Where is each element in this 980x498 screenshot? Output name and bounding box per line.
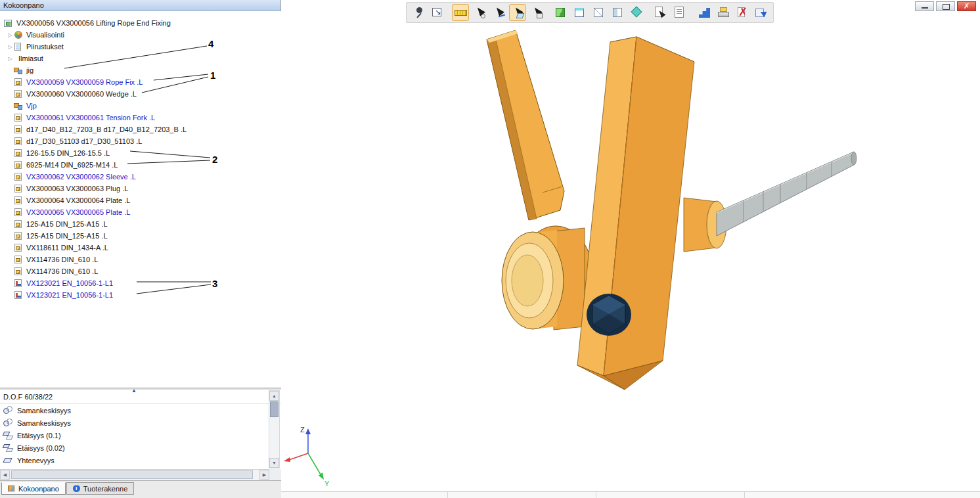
tree-item[interactable]: VX3000064 VX3000064 Plate .L xyxy=(0,194,281,206)
angle-profile xyxy=(577,37,694,390)
tree-item[interactable]: VX114736 DIN_610 .L xyxy=(0,254,281,265)
tree-item[interactable]: VX123021 EN_10056-1-L1 xyxy=(0,277,281,289)
tree-item-label: 126-15.5 DIN_126-15.5 .L xyxy=(26,149,110,157)
constraint-icon xyxy=(3,456,14,465)
isometric-view-icon[interactable] xyxy=(628,4,645,21)
status-bar xyxy=(281,491,980,498)
constraint-icon xyxy=(3,431,14,440)
select-body-icon[interactable] xyxy=(528,4,545,21)
tree-item[interactable]: Piirustukset xyxy=(0,41,281,53)
constraint-item[interactable]: Etäisyys (0.1) xyxy=(0,429,281,441)
status-cell xyxy=(596,492,745,498)
constraint-item[interactable]: Samankeskisyys xyxy=(0,404,281,417)
bottom-tabs: Kokoonpano Tuoterakenne xyxy=(0,480,281,498)
tree-item[interactable]: VX3000061 VX3000061 Tension Fork .L xyxy=(0,112,281,124)
minimize-button[interactable] xyxy=(915,1,934,11)
status-cell xyxy=(281,492,448,498)
tree-item-icon xyxy=(14,55,15,63)
tree-item[interactable]: VX114736 DIN_610 .L xyxy=(0,265,281,277)
assembly-tree: VX3000056 VX3000056 Lifting Rope End Fix… xyxy=(0,11,281,388)
tree-item[interactable]: Visualisointi xyxy=(0,29,281,41)
constraint-label: Etäisyys (0.1) xyxy=(17,432,61,440)
tree-item-icon xyxy=(14,173,23,181)
wireframe-view-icon[interactable] xyxy=(590,4,607,21)
shaded-view-icon[interactable] xyxy=(552,4,569,21)
model-3d: Z Y xyxy=(281,0,980,491)
tree-item[interactable]: 126-15.5 DIN_126-15.5 .L xyxy=(0,147,281,159)
tree-item[interactable]: VX3000060 VX3000060 Wedge .L xyxy=(0,88,281,100)
tree-item[interactable]: VX3000063 VX3000063 Plug .L xyxy=(0,183,281,194)
scroll-left-icon[interactable]: ◀ xyxy=(0,470,10,480)
select-face-icon[interactable] xyxy=(509,4,526,21)
tree-item[interactable]: d17_D30_51103 d17_D30_51103 .L xyxy=(0,135,281,147)
annotation-2: 2 xyxy=(212,154,217,165)
expand-arrow-icon[interactable] xyxy=(7,55,14,62)
section-view-icon[interactable] xyxy=(609,4,626,21)
constraints-vertical-scrollbar[interactable]: ▲ ▼ xyxy=(269,390,280,468)
constraint-label: Etäisyys (0.02) xyxy=(17,444,65,452)
tree-item-label: VX3000056 VX3000056 Lifting Rope End Fix… xyxy=(16,19,171,27)
zoom-window-icon[interactable] xyxy=(429,4,446,21)
select-point-icon[interactable] xyxy=(471,4,488,21)
pin-icon[interactable] xyxy=(410,4,427,21)
tree-item-label: VX114736 DIN_610 .L xyxy=(26,267,98,275)
tree-item[interactable]: VX123021 EN_10056-1-L1 xyxy=(0,289,281,301)
hidden-edges-view-icon[interactable] xyxy=(571,4,588,21)
scroll-up-icon[interactable]: ▲ xyxy=(269,391,279,401)
viewport-3d[interactable]: Z Y xyxy=(281,0,980,498)
vertical-scroll-thumb[interactable] xyxy=(270,401,278,417)
tree-item-label: Ilmiasut xyxy=(18,55,43,62)
delete-icon[interactable] xyxy=(734,4,751,21)
tree-item-icon xyxy=(14,185,23,193)
expand-arrow-icon[interactable] xyxy=(7,32,14,39)
tree-item-icon xyxy=(14,149,23,158)
tree-item[interactable]: 125-A15 DIN_125-A15 .L xyxy=(0,230,281,242)
tree-item-icon xyxy=(14,66,23,75)
splitter-handle-icon[interactable]: ▲ xyxy=(131,388,137,394)
constraint-icon xyxy=(3,443,14,453)
stairs-icon[interactable] xyxy=(696,4,713,21)
tree-item-icon xyxy=(14,208,23,217)
tree-item[interactable]: 6925-M14 DIN_6925-M14 .L xyxy=(0,159,281,171)
scroll-right-icon[interactable]: ▶ xyxy=(259,470,269,480)
measure-icon[interactable] xyxy=(452,4,469,21)
horizontal-scrollbar[interactable]: ◀ ▶ xyxy=(0,469,269,480)
tree-item[interactable]: 125-A15 DIN_125-A15 .L xyxy=(0,218,281,230)
tree-item[interactable]: VX3000065 VX3000065 Plate .L xyxy=(0,206,281,218)
tree-item[interactable]: VX3000062 VX3000062 Sleeve .L xyxy=(0,171,281,183)
panel-tab[interactable]: Tuoterakenne xyxy=(66,482,134,495)
tree-item[interactable]: d17_D40_B12_7203_B d17_D40_B12_7203_B .L xyxy=(0,124,281,135)
constraint-item[interactable]: Yhtenevyys xyxy=(0,454,281,466)
tree-item-icon xyxy=(4,19,13,28)
constraint-item[interactable]: Samankeskisyys xyxy=(0,417,281,429)
tree-item[interactable]: VX3000059 VX3000059 Rope Fix .L xyxy=(0,76,281,88)
axis-y-label: Y xyxy=(324,480,330,487)
constraint-item[interactable]: Etäisyys (0.02) xyxy=(0,441,281,454)
status-cell xyxy=(448,492,596,498)
horizontal-scroll-thumb[interactable] xyxy=(11,470,253,479)
export-icon[interactable] xyxy=(753,4,770,21)
tree-item[interactable]: VX3000056 VX3000056 Lifting Rope End Fix… xyxy=(0,17,281,29)
scroll-down-icon[interactable]: ▼ xyxy=(269,458,279,468)
tab-label: Tuoterakenne xyxy=(83,485,127,493)
tree-item[interactable]: VX118611 DIN_1434-A .L xyxy=(0,242,281,254)
tree-item-label: VX3000061 VX3000061 Tension Fork .L xyxy=(26,114,155,122)
notes-icon[interactable] xyxy=(671,4,688,21)
tree-item[interactable]: Vjp xyxy=(0,100,281,112)
assembly-panel: Kokoonpano VX3000056 VX3000056 Lifting R… xyxy=(0,0,281,498)
close-button[interactable] xyxy=(957,1,976,11)
maximize-button[interactable] xyxy=(936,1,955,11)
printer-icon[interactable] xyxy=(715,4,732,21)
tree-item-label: VX3000063 VX3000063 Plug .L xyxy=(26,185,128,192)
select-sheet-icon[interactable] xyxy=(652,4,669,21)
tree-item-label: VX3000059 VX3000059 Rope Fix .L xyxy=(26,78,143,86)
expand-arrow-icon[interactable] xyxy=(7,43,14,51)
select-edge-icon[interactable] xyxy=(490,4,507,21)
tree-item[interactable]: jig xyxy=(0,64,281,76)
tree-item-label: Vjp xyxy=(26,102,37,110)
tree-item-label: d17_D30_51103 d17_D30_51103 .L xyxy=(26,137,142,145)
tree-item-label: VX3000064 VX3000064 Plate .L xyxy=(26,196,130,204)
tab-icon xyxy=(8,485,16,493)
tree-item[interactable]: Ilmiasut xyxy=(0,53,281,64)
panel-tab[interactable]: Kokoonpano xyxy=(1,482,66,495)
